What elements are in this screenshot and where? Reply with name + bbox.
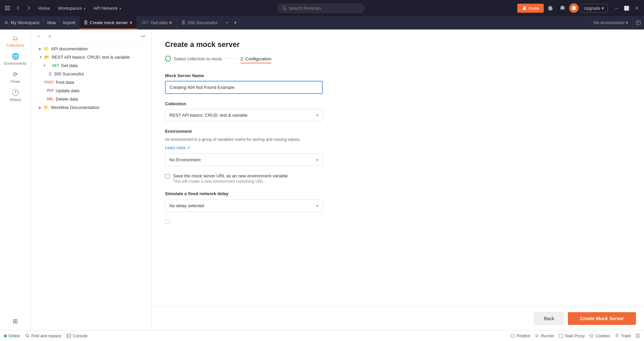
environment-view-button[interactable]: [632, 16, 644, 29]
workspace-label: My Workspace: [0, 16, 44, 29]
console-button[interactable]: Console: [67, 334, 88, 338]
back-icon[interactable]: [13, 3, 23, 13]
step1-label: Select collection to mock: [174, 56, 222, 61]
hamburger-icon[interactable]: [3, 3, 12, 13]
sidebar-item-collections[interactable]: 🗂 Collections: [2, 32, 29, 50]
tab-200-successful[interactable]: 🗄 200 Successful: [177, 16, 222, 29]
collection-select[interactable]: REST API basics: CRUD, test & variable ▾: [165, 109, 323, 121]
notifications-icon[interactable]: [557, 3, 568, 13]
postbot-button[interactable]: Postbot: [511, 334, 530, 338]
folder-workflow-icon: 📁: [44, 105, 49, 110]
tree-item-get-data-folder[interactable]: ▼ GET Get data: [31, 61, 151, 70]
svg-rect-13: [67, 334, 71, 338]
find-replace-label: Find and replace: [32, 334, 61, 338]
environment-group: Environment An environment is a group of…: [165, 129, 631, 166]
search-bar[interactable]: Search Postman: [277, 4, 365, 13]
collections-icon: 🗂: [12, 35, 18, 42]
save-url-checkbox-row: Save the mock server URL as an new envir…: [165, 173, 323, 184]
tree-label-workflow: Workflow Documentation: [51, 105, 99, 110]
save-url-sublabel: This will create a new environment conta…: [173, 179, 288, 184]
trash-button[interactable]: Trash: [615, 334, 631, 338]
delay-value: No delay selected: [169, 203, 204, 208]
sidebar-item-flows[interactable]: ⟳ Flows: [2, 68, 29, 86]
online-status[interactable]: Online: [4, 334, 20, 338]
tree-item-delete-data[interactable]: DEL Delete data: [31, 95, 151, 103]
new-button[interactable]: New: [44, 16, 60, 29]
sidebar-item-add[interactable]: ⊞: [2, 315, 29, 328]
settings-icon[interactable]: [545, 3, 556, 13]
get-method-tree-badge: GET: [48, 64, 59, 67]
tree-item-workflow-docs[interactable]: ▶ 📁 Workflow Documentation: [31, 103, 151, 112]
cookies-button[interactable]: Cookies: [589, 334, 610, 338]
close-button[interactable]: ✕: [632, 3, 641, 13]
step2[interactable]: 2. Configuration: [240, 56, 271, 63]
invite-button[interactable]: Invite: [517, 4, 544, 13]
start-proxy-label: Start Proxy: [565, 334, 585, 338]
tree-item-update-data[interactable]: PUT Update data: [31, 87, 151, 95]
env-chevron-icon: ▾: [626, 20, 628, 25]
environment-select[interactable]: No Environment ▾: [165, 154, 323, 166]
sort-collections-icon[interactable]: ≡: [46, 32, 54, 40]
find-replace-button[interactable]: Find and replace: [25, 334, 61, 338]
add-collection-icon[interactable]: +: [35, 32, 43, 40]
post-method-badge: POST: [43, 80, 54, 84]
sidebar-label-environments: Environments: [4, 61, 26, 65]
server-name-input[interactable]: [165, 81, 323, 94]
online-dot-icon: [4, 335, 7, 337]
mock-steps: ✓ Select collection to mock 2. Configura…: [165, 56, 631, 64]
get-method-badge: GET: [142, 21, 149, 24]
sidebar-label-collections: Collections: [6, 43, 24, 47]
history-icon: 🕐: [12, 89, 19, 96]
tree-label-put: Update data: [56, 88, 79, 93]
search-placeholder: Search Postman: [289, 6, 321, 11]
create-mock-server-button[interactable]: Create Mock Server: [568, 312, 636, 325]
save-url-checkbox[interactable]: [165, 174, 170, 179]
tree-item-200-successful[interactable]: 🗄 200 Successful: [31, 70, 151, 78]
home-btn[interactable]: Home: [35, 4, 53, 12]
tree-item-rest-api-basics[interactable]: ▼ 📂 REST API basics: CRUD, test & variab…: [31, 53, 151, 61]
environment-selector[interactable]: No environment ▾: [589, 16, 632, 29]
save-url-label-group: Save the mock server URL as an new envir…: [173, 173, 288, 184]
status-bar: Online Find and replace Console Postbot …: [0, 330, 644, 341]
tree-item-api-docs[interactable]: ▶ 📁 API documentation: [31, 45, 151, 53]
additional-checkbox[interactable]: [165, 219, 170, 224]
svg-rect-15: [559, 334, 563, 338]
tree-label-post: Post data: [56, 80, 74, 85]
import-button[interactable]: Import: [60, 16, 79, 29]
tab-get-data[interactable]: GET Get data: [137, 16, 177, 29]
minimize-button[interactable]: ─: [612, 3, 621, 13]
sidebar: 🗂 Collections 🌐 Environments ⟳ Flows 🕐 H…: [0, 30, 31, 330]
sidebar-label-history: History: [9, 98, 21, 102]
collection-group: Collection REST API basics: CRUD, test &…: [165, 101, 631, 121]
step1[interactable]: ✓ Select collection to mock: [165, 56, 222, 64]
add-tab-button[interactable]: +: [222, 16, 232, 29]
delay-chevron-icon: ▾: [316, 204, 318, 208]
environment-desc: An environment is a group of variables u…: [165, 136, 631, 143]
start-proxy-button[interactable]: Start Proxy: [559, 334, 585, 338]
tab-mock-server[interactable]: 🗄 Create mock server: [79, 16, 137, 29]
api-network-btn[interactable]: API Network ▾: [90, 4, 125, 12]
back-button[interactable]: Back: [534, 312, 564, 325]
svg-point-19: [591, 336, 592, 337]
maximize-button[interactable]: ⬜: [622, 3, 631, 13]
sidebar-item-environments[interactable]: 🌐 Environments: [2, 50, 29, 68]
workspaces-btn[interactable]: Workspaces ▾: [55, 4, 89, 12]
tree-item-post-data[interactable]: POST Post data: [31, 78, 151, 87]
svg-rect-0: [5, 6, 10, 7]
tree-label-200: 200 Successful: [54, 71, 84, 76]
environment-value: No Environment: [169, 157, 201, 162]
learn-more-link[interactable]: Learn more ↗: [165, 146, 190, 150]
delay-select[interactable]: No delay selected ▾: [165, 200, 323, 212]
sidebar-item-history[interactable]: 🕐 History: [2, 86, 29, 104]
forward-icon[interactable]: [24, 3, 34, 13]
runner-button[interactable]: Runner: [535, 334, 554, 338]
more-collections-icon[interactable]: •••: [139, 32, 147, 40]
svg-rect-23: [638, 336, 640, 338]
upgrade-button[interactable]: Upgrade ▾: [580, 4, 608, 13]
chevron-workflow-icon: ▶: [39, 106, 42, 109]
grid-view-button[interactable]: [636, 334, 640, 338]
action-bar: Back Create Mock Server: [152, 306, 644, 330]
more-tabs-button[interactable]: ▾: [231, 16, 239, 29]
step-divider: [224, 58, 238, 59]
cookies-label: Cookies: [595, 334, 610, 338]
